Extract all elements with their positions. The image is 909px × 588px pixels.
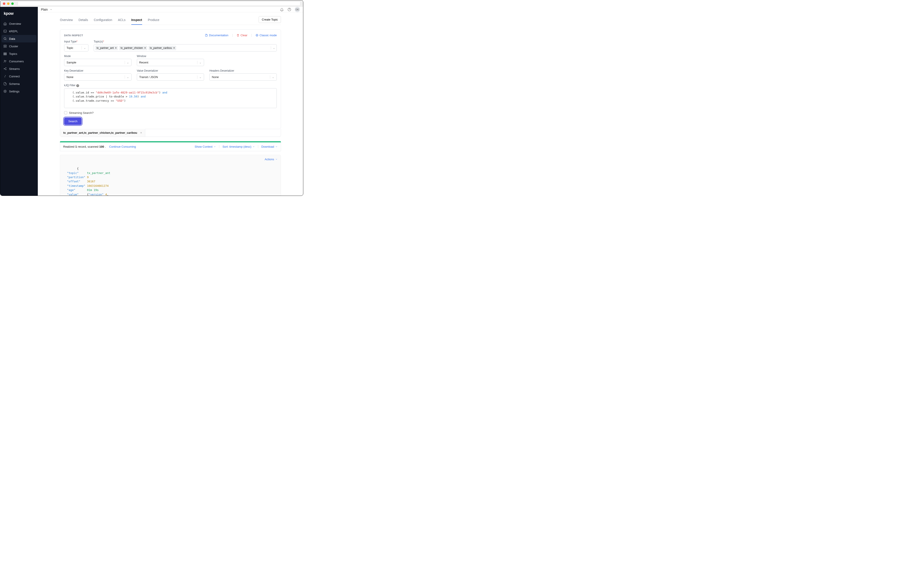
sidebar-item-label: Settings (9, 90, 19, 93)
headers-deserializer-select[interactable]: None ⌄ (209, 73, 277, 81)
search-button[interactable]: Search (64, 118, 82, 125)
list-icon (3, 52, 7, 55)
sidebar-item-label: Consumers (9, 60, 24, 63)
chevron-down-icon: ⌄ (125, 61, 129, 64)
sidebar-item-krepl[interactable]: kREPL (0, 27, 38, 35)
sidebar-item-streams[interactable]: Streams (0, 65, 38, 73)
documentation-link[interactable]: Documentation (205, 34, 228, 37)
topics-input[interactable]: tx_partner_ant× tx_partner_chicken× tx_p… (94, 44, 277, 52)
sort-button[interactable]: Sort: timestamp (desc) (223, 145, 255, 148)
user-avatar[interactable]: DE (295, 7, 300, 12)
url-bar[interactable] (18, 1, 300, 6)
sidebar-item-label: kREPL (9, 30, 18, 33)
chevron-down-icon (275, 145, 278, 148)
environment-selector[interactable]: Plain (41, 8, 52, 11)
mode-label: Mode (64, 55, 132, 58)
key-deserializer-select[interactable]: None ⌄ (64, 73, 132, 81)
tab-configuration[interactable]: Configuration (94, 16, 112, 25)
file-icon (3, 82, 7, 86)
svg-point-14 (256, 34, 258, 37)
svg-rect-3 (4, 47, 6, 47)
close-icon[interactable]: × (140, 131, 142, 134)
status-row: Realized 1 record, scanned 100 . Continu… (60, 142, 281, 151)
svg-point-15 (257, 35, 257, 36)
trash-icon (237, 34, 239, 37)
remove-tag-icon[interactable]: × (173, 47, 175, 50)
record-actions-button[interactable]: Actions (265, 157, 278, 162)
tab-inspect[interactable]: Inspect (131, 16, 142, 25)
target-icon (255, 34, 258, 37)
chevron-down-icon: ⌄ (270, 75, 274, 79)
svg-rect-0 (4, 30, 6, 32)
sidebar-item-label: Streams (9, 67, 20, 71)
kjq-filter-label: kJQ Filter? (64, 84, 277, 87)
sidebar-item-cluster[interactable]: Cluster (0, 42, 38, 50)
continue-consuming-link[interactable]: Continue Consuming (109, 145, 136, 148)
help-button[interactable] (287, 7, 292, 12)
chevron-down-icon: ⌄ (82, 46, 86, 50)
svg-point-12 (5, 91, 5, 92)
kjq-filter-input[interactable]: (.value.id == "dd4c9e69-1afe-4829-aa11-9… (64, 88, 277, 108)
sidebar-item-data[interactable]: Data (2, 35, 37, 42)
classic-mode-button[interactable]: Classic mode (255, 34, 277, 37)
download-button[interactable]: Download (261, 145, 278, 148)
streaming-search-checkbox[interactable] (64, 111, 67, 114)
app-logo: kpow (0, 10, 38, 20)
gear-icon (3, 89, 7, 93)
chevron-down-icon: ⌄ (197, 61, 202, 64)
sidebar-item-topics[interactable]: Topics (0, 50, 38, 58)
svg-rect-2 (4, 45, 6, 46)
remove-tag-icon[interactable]: × (144, 47, 146, 50)
panel-title: DATA INSPECT (64, 34, 83, 37)
tab-acls[interactable]: ACLs (118, 16, 125, 25)
show-context-button[interactable]: Show Context (195, 145, 216, 148)
sidebar-item-label: Topics (9, 52, 17, 55)
notifications-button[interactable] (279, 7, 284, 12)
create-topic-button[interactable]: Create Topic (258, 16, 281, 23)
tab-overview[interactable]: Overview (60, 16, 73, 25)
sidebar-item-overview[interactable]: Overview (0, 20, 38, 27)
result-tab[interactable]: tx_partner_ant,tx_partner_chicken,tx_par… (60, 129, 145, 137)
share-icon (3, 67, 7, 71)
sidebar-item-schema[interactable]: Schema (0, 80, 38, 87)
tab-details[interactable]: Details (79, 16, 88, 25)
key-deserializer-label: Key Deserializer (64, 69, 132, 72)
doc-icon (205, 34, 208, 37)
chevron-down-icon (50, 8, 52, 11)
input-type-select[interactable]: Topic ⌄ (64, 44, 89, 52)
minimize-window-icon[interactable] (7, 2, 10, 5)
headers-deserializer-label: Headers Deserializer (209, 69, 277, 72)
help-icon[interactable]: ? (76, 84, 79, 87)
close-window-icon[interactable] (3, 2, 5, 5)
window-label: Window (137, 55, 204, 58)
streaming-search-label: Streaming Search? (69, 111, 94, 115)
clear-button[interactable]: Clear (237, 34, 247, 37)
chevron-down-icon (213, 145, 216, 148)
svg-rect-5 (4, 53, 6, 54)
sidebar-item-connect[interactable]: Connect (0, 73, 38, 80)
sidebar-item-settings[interactable]: Settings (0, 87, 38, 95)
topic-tag: tx_partner_ant× (95, 46, 118, 50)
topbar: Plain DE (38, 7, 303, 12)
tab-produce[interactable]: Produce (148, 16, 159, 25)
sidebar-item-consumers[interactable]: Consumers (0, 58, 38, 65)
value-deserializer-label: Value Deserializer (137, 69, 204, 72)
svg-point-8 (5, 61, 6, 61)
connect-icon (3, 74, 7, 78)
sidebar-item-label: Schema (9, 82, 20, 86)
environment-name: Plain (41, 8, 48, 11)
window-select[interactable]: Recent ⌄ (137, 59, 204, 66)
sidebar-item-label: Connect (9, 75, 20, 78)
value-deserializer-select[interactable]: Transit / JSON ⌄ (137, 73, 204, 81)
remove-tag-icon[interactable]: × (115, 47, 116, 50)
data-inspect-panel: DATA INSPECT Documentation Clear (60, 29, 281, 129)
chevron-down-icon: ⌄ (125, 75, 129, 79)
maximize-window-icon[interactable] (11, 2, 14, 5)
mode-select[interactable]: Sample ⌄ (64, 59, 132, 66)
server-icon (3, 44, 7, 48)
window-titlebar (0, 0, 303, 7)
chevron-down-icon (252, 145, 255, 148)
svg-point-7 (4, 60, 5, 61)
svg-rect-6 (4, 54, 6, 55)
chevron-down-icon: ⌄ (271, 46, 275, 50)
